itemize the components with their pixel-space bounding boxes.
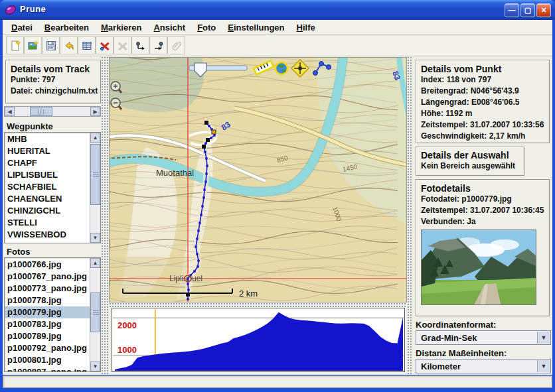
list-item[interactable]: p1000767_pano.jpg (5, 271, 90, 283)
delete-point-button[interactable] (96, 36, 114, 54)
map-source-globe-icon[interactable] (276, 62, 287, 74)
chevron-down-icon[interactable]: ▼ (537, 360, 550, 372)
photo-thumbnail (421, 229, 536, 305)
range-start-icon (135, 40, 147, 52)
list-item[interactable]: p1000783.jpg (5, 318, 90, 330)
menu-markieren[interactable]: Markieren (95, 21, 147, 34)
scrollbar-thumb[interactable] (90, 293, 100, 332)
elevation-area (115, 312, 403, 371)
menu-foto[interactable]: Foto (191, 21, 222, 34)
waypoints-label: Wegpunkte (7, 121, 53, 131)
menu-einstellungen[interactable]: Einstellungen (222, 21, 290, 34)
scroll-left-button[interactable]: ◀ (5, 107, 15, 116)
main-panel: Details vom Track Punkte: 797 Datei: chi… (3, 56, 552, 375)
add-photo-button[interactable] (24, 36, 42, 54)
app-icon (4, 3, 17, 17)
waypoint-marker[interactable] (206, 138, 210, 142)
coordinate-format-select[interactable]: Grad-Min-Sek ▼ (416, 330, 551, 345)
horizontal-splitter[interactable] (109, 302, 408, 308)
list-item[interactable]: p1000779.jpg (5, 306, 90, 318)
menu-datei[interactable]: Datei (5, 21, 39, 34)
photo-details-box: Fotodetails Fotodatei: p1000779.jpgZeits… (416, 179, 550, 316)
paperclip-icon (171, 40, 183, 52)
scroller-thumb[interactable] (30, 107, 52, 116)
delete-range-button[interactable] (114, 36, 131, 54)
maximize-button[interactable]: ▢ (520, 3, 535, 17)
scroll-down-button[interactable]: ▼ (90, 361, 100, 371)
set-range-start-button[interactable] (131, 36, 149, 54)
menu-hilfe[interactable]: Hilfe (291, 21, 321, 34)
list-item[interactable]: STELLI (5, 217, 90, 229)
list-item[interactable]: p1000807_pano.jpg (5, 366, 90, 371)
track-points-count: Punkte: 797 (11, 74, 96, 86)
list-item[interactable]: CHAENGLEN (5, 193, 90, 205)
distance-units-value: Kilometer (421, 361, 461, 371)
new-file-button[interactable] (6, 36, 24, 54)
y-axis-tick-label: 2000 (118, 320, 137, 330)
toolbar (3, 35, 552, 56)
status-bar (3, 375, 552, 388)
detail-line: Kein Bereich ausgewählt (421, 161, 519, 172)
table-icon (81, 40, 93, 52)
list-item[interactable]: LIPLISBUEL (5, 169, 90, 181)
photo-point-marker[interactable] (212, 130, 216, 134)
scroll-up-button[interactable]: ▲ (90, 258, 100, 268)
track-details-title: Details vom Track (11, 64, 96, 74)
right-panel: Details vom Punkt Index: 118 von 797Brei… (413, 56, 552, 375)
scroll-down-button[interactable]: ▼ (90, 233, 100, 243)
add-photo-icon (27, 40, 39, 52)
list-item[interactable]: RIETLIBOD (5, 241, 90, 243)
photos-scrollbar[interactable]: ▲ ▼ (90, 258, 100, 371)
point-scroller[interactable]: ◀ ▶ (4, 106, 101, 117)
title-bar[interactable]: Prune — ▢ ✕ (0, 0, 555, 20)
new-file-icon (9, 40, 21, 52)
waypoints-scrollbar[interactable]: ▲ ▼ (90, 133, 100, 243)
menu-bearbeiten[interactable]: Bearbeiten (39, 21, 95, 34)
list-item[interactable]: p1000801.jpg (5, 354, 90, 366)
undo-icon (63, 40, 75, 52)
list-item[interactable]: p1000778.jpg (5, 294, 90, 306)
detail-line: Längengrad: E008°46'06.5 (421, 97, 544, 108)
list-item[interactable]: HUERITAL (5, 145, 90, 157)
chevron-down-icon[interactable]: ▼ (537, 332, 550, 344)
right-splitter[interactable] (407, 56, 413, 375)
scale-bar-label: 2 km (239, 289, 258, 298)
save-file-button[interactable] (42, 36, 60, 54)
list-item[interactable]: CHAPF (5, 157, 90, 169)
photos-list[interactable]: p1000766.jpgp1000767_pano.jpgp1000773_pa… (4, 257, 101, 372)
delete-point-icon (99, 40, 111, 52)
waypoint-marker[interactable] (204, 121, 208, 125)
coordinate-format-label: Koordinatenformat: (416, 320, 496, 330)
list-item[interactable]: p1000773_pano.jpg (5, 283, 90, 294)
scroll-right-button[interactable]: ▶ (90, 107, 100, 116)
detail-line: Fotodatei: p1000779.jpg (421, 194, 544, 205)
save-icon (45, 40, 57, 52)
list-item[interactable]: p1000792_pano.jpg (5, 342, 90, 354)
set-range-end-button[interactable] (149, 36, 167, 54)
distance-units-select[interactable]: Kilometer ▼ (416, 359, 551, 373)
map-view[interactable]: 2 kmMuotathalLiplisbuel838314508501000 (109, 57, 407, 302)
list-item[interactable]: SCHAFBIEL (5, 181, 90, 193)
list-item[interactable]: MHB (5, 133, 90, 145)
connect-photo-button[interactable] (167, 36, 185, 54)
list-item[interactable]: CHINZIGCHL (5, 205, 90, 217)
point-details-box: Details vom Punkt Index: 118 von 797Brei… (416, 60, 550, 143)
delete-range-icon (117, 40, 129, 52)
scrollbar-thumb[interactable] (90, 144, 100, 205)
minimize-button[interactable]: — (505, 3, 519, 17)
menu-ansicht[interactable]: Ansicht (147, 21, 191, 34)
scroll-up-button[interactable]: ▲ (90, 133, 100, 143)
distance-units-label: Distanz Maßeinheiten: (416, 348, 507, 358)
selection-details-box: Details der Auswahl Kein Bereich ausgewä… (416, 147, 524, 176)
elevation-profile[interactable]: 10002000 (112, 308, 405, 372)
list-item[interactable]: VWISSENBOD (5, 229, 90, 241)
edit-point-button[interactable] (78, 36, 96, 54)
list-item[interactable]: p1000766.jpg (5, 259, 90, 271)
list-item[interactable]: p1000789.jpg (5, 330, 90, 342)
waypoint-marker[interactable] (202, 145, 206, 149)
undo-button[interactable] (60, 36, 78, 54)
detail-line: Index: 118 von 797 (421, 74, 544, 86)
left-splitter[interactable] (101, 56, 109, 375)
close-button[interactable]: ✕ (536, 3, 551, 17)
waypoints-list[interactable]: MHBHUERITALCHAPFLIPLISBUELSCHAFBIELCHAEN… (4, 132, 101, 243)
